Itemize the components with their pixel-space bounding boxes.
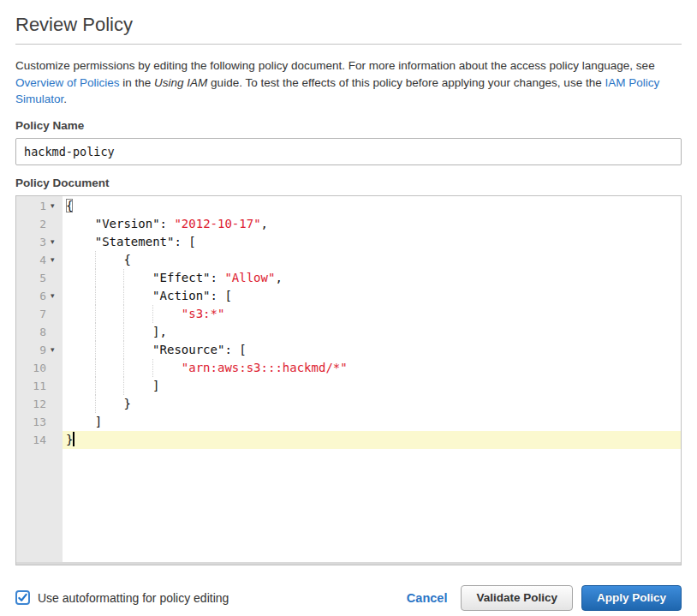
code-line-6[interactable]: "Action": [ xyxy=(63,287,681,305)
gutter-line: 5 xyxy=(16,269,63,287)
indent-guide xyxy=(95,341,124,359)
indent-unit xyxy=(66,359,95,377)
code-line-5[interactable]: "Effect": "Allow", xyxy=(63,269,681,287)
json-string-value: "2012-10-17" xyxy=(174,217,260,230)
indent-unit xyxy=(66,413,95,431)
fold-arrow-icon[interactable]: ▾ xyxy=(49,197,63,215)
gutter-line: 14 xyxy=(16,431,63,449)
fold-arrow-icon[interactable]: ▾ xyxy=(49,251,63,269)
policy-document-editor[interactable]: 1▾23▾4▾56▾789▾1011121314 {"Version": "20… xyxy=(15,195,682,565)
footer-bar: Use autoformatting for policy editing Ca… xyxy=(15,585,682,611)
indent-unit xyxy=(66,341,95,359)
indent-unit xyxy=(66,269,95,287)
indent-guide xyxy=(123,269,152,287)
json-plain-token: , xyxy=(275,271,282,284)
code-line-9[interactable]: "Resource": [ xyxy=(63,341,681,359)
indent-unit xyxy=(66,251,95,269)
line-number: 13 xyxy=(16,413,49,431)
cancel-link[interactable]: Cancel xyxy=(407,591,448,605)
editor-gutter: 1▾23▾4▾56▾789▾1011121314 xyxy=(16,196,63,565)
indent-guide xyxy=(152,305,182,323)
indent-unit xyxy=(66,287,95,305)
code-line-3[interactable]: "Statement": [ xyxy=(63,233,681,251)
policy-name-label: Policy Name xyxy=(15,119,682,132)
gutter-line: 1▾ xyxy=(16,197,63,215)
json-plain-token: } xyxy=(123,397,130,410)
json-string-value: "Allow" xyxy=(224,271,275,284)
indent-guide xyxy=(123,305,152,323)
line-number: 12 xyxy=(16,395,49,413)
italic-text: Using IAM xyxy=(154,76,207,89)
indent-guide xyxy=(95,395,124,413)
line-number: 6 xyxy=(16,287,49,305)
indent-guide xyxy=(123,377,152,395)
json-plain-token: "Statement": [ xyxy=(95,235,196,248)
indent-guide xyxy=(95,323,124,341)
json-plain-token: { xyxy=(66,199,73,212)
code-line-7[interactable]: "s3:*" xyxy=(63,305,681,323)
line-number: 9 xyxy=(16,341,49,359)
line-number: 4 xyxy=(16,251,49,269)
line-number: 11 xyxy=(16,377,49,395)
json-plain-token: , xyxy=(261,217,268,230)
apply-policy-button[interactable]: Apply Policy xyxy=(581,585,682,611)
line-number: 1 xyxy=(16,197,49,215)
json-plain-token: ] xyxy=(95,415,102,428)
line-number: 8 xyxy=(16,323,49,341)
json-string-value: "s3:*" xyxy=(182,307,225,320)
policy-name-input[interactable] xyxy=(15,138,682,165)
autoformat-option[interactable]: Use autoformatting for policy editing xyxy=(15,590,229,605)
policy-document-label: Policy Document xyxy=(15,176,682,189)
description-text: . xyxy=(63,93,67,105)
indent-unit xyxy=(66,233,95,251)
check-icon xyxy=(18,593,27,602)
fold-arrow-icon[interactable]: ▾ xyxy=(49,341,63,359)
editor-code-area[interactable]: {"Version": "2012-10-17","Statement": [{… xyxy=(63,196,681,565)
code-line-14[interactable]: } xyxy=(63,431,681,449)
indent-unit xyxy=(66,377,95,395)
json-plain-token: "Effect": xyxy=(152,271,224,284)
line-number: 3 xyxy=(16,233,49,251)
code-line-10[interactable]: "arn:aws:s3:::hackmd/*" xyxy=(63,359,681,377)
gutter-line: 13 xyxy=(16,413,63,431)
code-line-8[interactable]: ], xyxy=(63,323,681,341)
gutter-line: 11 xyxy=(16,377,63,395)
autoformat-label: Use autoformatting for policy editing xyxy=(38,591,229,605)
indent-unit xyxy=(66,323,95,341)
gutter-line: 12 xyxy=(16,395,63,413)
text-cursor xyxy=(73,432,74,446)
indent-guide xyxy=(95,251,124,269)
action-buttons: Cancel Validate Policy Apply Policy xyxy=(407,585,682,611)
gutter-line: 10 xyxy=(16,359,63,377)
autoformat-checkbox[interactable] xyxy=(15,590,30,605)
editor-horizontal-scrollbar[interactable] xyxy=(16,562,681,565)
json-plain-token: } xyxy=(66,433,73,446)
code-line-2[interactable]: "Version": "2012-10-17", xyxy=(63,215,681,233)
json-plain-token: ] xyxy=(152,379,159,392)
line-number: 10 xyxy=(16,359,49,377)
overview-of-policies-link[interactable]: Overview of Policies xyxy=(15,76,120,89)
json-plain-token: "Version": xyxy=(95,217,175,230)
indent-unit xyxy=(66,395,95,413)
gutter-line: 4▾ xyxy=(16,251,63,269)
indent-guide xyxy=(95,305,124,323)
fold-arrow-icon[interactable]: ▾ xyxy=(49,287,63,305)
description-text: guide. To test the effects of this polic… xyxy=(207,76,605,89)
line-number: 2 xyxy=(16,215,49,233)
code-line-13[interactable]: ] xyxy=(63,413,681,431)
code-line-12[interactable]: } xyxy=(63,395,681,413)
indent-guide xyxy=(95,359,124,377)
fold-arrow-icon[interactable]: ▾ xyxy=(49,233,63,251)
code-line-1[interactable]: { xyxy=(63,197,681,215)
indent-unit xyxy=(66,215,95,233)
line-number: 14 xyxy=(16,431,49,449)
gutter-line: 2 xyxy=(16,215,63,233)
review-policy-page: Review Policy Customize permissions by e… xyxy=(0,14,697,611)
gutter-line: 7 xyxy=(16,305,63,323)
validate-policy-button[interactable]: Validate Policy xyxy=(461,585,573,611)
code-line-11[interactable]: ] xyxy=(63,377,681,395)
gutter-line: 3▾ xyxy=(16,233,63,251)
description-text: in the xyxy=(120,76,155,89)
indent-guide xyxy=(95,377,124,395)
code-line-4[interactable]: { xyxy=(63,251,681,269)
